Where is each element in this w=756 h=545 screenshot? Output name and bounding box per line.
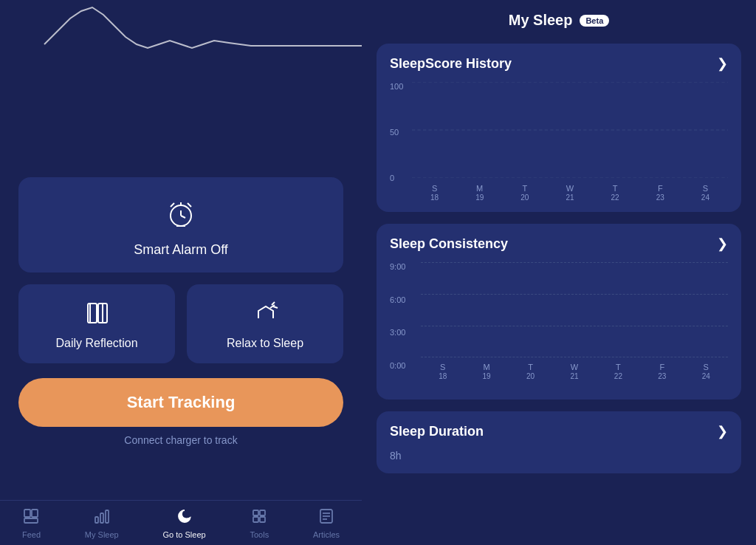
svg-line-4 — [188, 203, 191, 207]
dashed-line-6 — [421, 294, 728, 295]
daily-reflection-label: Daily Reflection — [55, 337, 137, 350]
sleepscore-chart: 100 50 0 S18 M19 T20 W21 T22 — [390, 82, 728, 200]
nav-item-feed[interactable]: Feed — [22, 508, 41, 539]
consistency-chevron: ❯ — [717, 236, 728, 252]
sleepscore-chart-area: S18 M19 T20 W21 T22 F23 S24 — [412, 82, 728, 200]
feed-label: Feed — [22, 530, 41, 539]
cons-y-000: 0:00 — [390, 361, 405, 370]
y-label-100: 100 — [390, 82, 403, 91]
connect-charger-text: Connect charger to track — [124, 434, 237, 446]
sleepscore-chevron: ❯ — [717, 55, 728, 72]
beta-badge: Beta — [580, 15, 609, 27]
my-sleep-icon — [94, 508, 110, 527]
duration-header: Sleep Duration ❯ — [390, 423, 728, 439]
nav-item-tools[interactable]: Tools — [250, 508, 269, 539]
go-to-sleep-icon — [176, 508, 193, 527]
svg-rect-7 — [88, 304, 97, 323]
panel-header: My Sleep Beta — [377, 12, 741, 29]
cons-y-300: 3:00 — [390, 328, 405, 337]
daily-reflection-card[interactable]: Daily Reflection — [18, 284, 175, 363]
waveform-area — [0, 0, 362, 66]
svg-rect-15 — [100, 513, 103, 523]
left-panel: Smart Alarm Off Daily Reflection — [0, 0, 362, 545]
svg-rect-20 — [260, 517, 265, 522]
y-label-50: 50 — [390, 128, 403, 137]
consistency-title: Sleep Consistency — [390, 236, 508, 252]
articles-label: Articles — [313, 530, 340, 539]
tools-icon — [251, 508, 267, 527]
right-panel: My Sleep Beta SleepScore History ❯ 100 5… — [362, 0, 756, 545]
svg-rect-11 — [24, 510, 30, 517]
panel-title: My Sleep — [509, 12, 573, 29]
cons-y-900: 9:00 — [390, 262, 405, 271]
relax-to-sleep-label: Relax to Sleep — [227, 337, 303, 350]
dashed-line-0 — [421, 357, 728, 357]
sleepscore-header: SleepScore History ❯ — [390, 55, 728, 72]
smart-alarm-card[interactable]: Smart Alarm Off — [18, 177, 343, 272]
smart-alarm-label: Smart Alarm Off — [134, 242, 228, 258]
relax-to-sleep-card[interactable]: Relax to Sleep — [187, 284, 343, 363]
consistency-header: Sleep Consistency ❯ — [390, 236, 728, 252]
y-label-0: 0 — [390, 174, 403, 182]
svg-rect-19 — [253, 517, 258, 522]
nav-item-go-to-sleep[interactable]: Go to Sleep — [163, 508, 206, 539]
svg-rect-18 — [260, 510, 265, 515]
go-to-sleep-label: Go to Sleep — [163, 530, 206, 539]
svg-rect-12 — [32, 510, 38, 517]
cons-y-labels: 9:00 6:00 3:00 0:00 — [390, 262, 405, 370]
consistency-chart-area: S18 M19 T20 W21 T22 F23 S24 — [421, 262, 728, 388]
sleepscore-title: SleepScore History — [390, 56, 512, 72]
svg-rect-17 — [253, 510, 258, 515]
consistency-chart: 9:00 6:00 3:00 0:00 S18 M19 T20 W21 T22 — [390, 262, 728, 388]
my-sleep-label: My Sleep — [85, 530, 119, 539]
daily-reflection-icon — [84, 301, 109, 329]
svg-rect-14 — [95, 517, 98, 523]
sleepscore-x-labels: S18 M19 T20 W21 T22 F23 S24 — [412, 184, 728, 202]
tools-label: Tools — [250, 530, 269, 539]
dashed-line-3 — [421, 326, 728, 326]
relax-to-sleep-icon — [251, 301, 279, 329]
sleepscore-history-card[interactable]: SleepScore History ❯ 100 50 0 S18 M19 — [377, 44, 741, 212]
articles-icon — [318, 508, 334, 527]
tools-row: Daily Reflection Relax to Sleep — [18, 284, 343, 363]
nav-item-articles[interactable]: Articles — [313, 508, 340, 539]
sleep-consistency-card[interactable]: Sleep Consistency ❯ 9:00 6:00 3:00 0:00 … — [377, 224, 741, 400]
chart-y-labels: 100 50 0 — [390, 82, 403, 182]
alarm-icon — [165, 198, 197, 235]
svg-rect-13 — [24, 518, 38, 523]
feed-icon — [23, 508, 39, 527]
duration-value: 8h — [390, 450, 728, 462]
start-tracking-button[interactable]: Start Tracking — [18, 378, 343, 427]
svg-rect-16 — [106, 510, 109, 523]
svg-line-2 — [181, 216, 185, 218]
svg-line-3 — [171, 203, 174, 207]
cons-y-600: 6:00 — [390, 295, 405, 304]
nav-item-my-sleep[interactable]: My Sleep — [85, 508, 119, 539]
duration-title: Sleep Duration — [390, 424, 484, 439]
duration-chevron: ❯ — [717, 423, 728, 439]
bottom-nav: Feed My Sleep Go to Sleep — [0, 500, 362, 545]
dashed-line-9 — [421, 262, 728, 263]
sleep-duration-card[interactable]: Sleep Duration ❯ 8h — [377, 411, 741, 473]
consistency-x-labels: S18 M19 T20 W21 T22 F23 S24 — [421, 363, 728, 380]
